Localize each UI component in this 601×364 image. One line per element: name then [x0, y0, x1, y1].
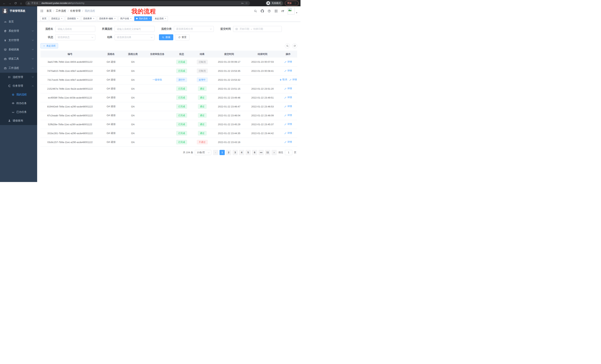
tab-我的流程[interactable]: 我的流程× [134, 16, 152, 21]
sidebar-collapse-icon[interactable] [40, 9, 43, 13]
process-key-input[interactable] [115, 26, 155, 32]
key-icon[interactable] [241, 2, 244, 5]
tab-流程定义[interactable]: 流程定义× [49, 16, 64, 21]
github-icon[interactable] [261, 10, 264, 13]
tab-close-icon[interactable]: × [130, 17, 131, 20]
edit-icon [284, 132, 287, 134]
breadcrumb-separator: / [53, 10, 54, 12]
breadcrumb-item[interactable]: 首页 [46, 9, 52, 13]
goto-page-input[interactable] [285, 150, 292, 155]
detail-link[interactable]: 详情 [289, 78, 297, 81]
search-icon[interactable] [254, 10, 257, 13]
cancel-link[interactable]: 取消 [280, 78, 287, 81]
page-ellipsis[interactable]: ••• [259, 150, 264, 155]
show-search-button[interactable] [285, 43, 290, 48]
start-process-button[interactable]: ＋ 发起流程 [40, 43, 58, 48]
row-current-task [143, 129, 171, 138]
user-avatar[interactable]: ▼ [288, 7, 298, 14]
page-button-5[interactable]: 5 [246, 150, 251, 155]
tab-首页[interactable]: 首页 [40, 16, 48, 21]
detail-link[interactable]: 详情 [284, 105, 292, 108]
tab-label: 我的流程 [139, 17, 148, 20]
url-text: dashboard.yudao.iocoder.cn/bpm/task/my [41, 2, 84, 4]
fullscreen-icon[interactable] [274, 10, 278, 13]
tab-流程模型[interactable]: 流程模型× [65, 16, 80, 21]
detail-link[interactable]: 详情 [284, 132, 292, 135]
edit-icon [284, 96, 287, 99]
search-button[interactable]: 搜索 [159, 34, 173, 40]
status-select[interactable]: 请选择状态 [55, 34, 95, 40]
detail-link[interactable]: 详情 [284, 114, 292, 117]
sidebar-item-已办任务[interactable]: 已办任务 [0, 108, 37, 116]
tab-close-icon[interactable]: × [149, 17, 150, 20]
filter-label: 流程分类 [159, 27, 172, 31]
sidebar-item-请假查询[interactable]: 请假查询 [0, 116, 37, 125]
task-link[interactable]: 一级审批 [152, 78, 162, 81]
sidebar-item-待办任务[interactable]: 待办任务 [0, 99, 37, 108]
sidebar-item-我的流程[interactable]: 我的流程 [0, 90, 37, 99]
status-badge: 已完成 [176, 95, 187, 100]
chevron-down-icon [151, 36, 153, 38]
refresh-table-button[interactable] [292, 43, 297, 48]
sidebar-item-支付管理[interactable]: ¥支付管理 [0, 36, 37, 45]
row-result: 处理中 [192, 75, 212, 84]
row-status: 已完成 [171, 138, 192, 147]
submit-time-range[interactable]: 开始日期 - 结束日期 [233, 26, 282, 32]
row-submit-time: 2022-01-22 23:43:16 [212, 138, 246, 147]
update-button[interactable]: 更新 ⋮ [285, 1, 299, 6]
process-name-input[interactable] [55, 26, 95, 32]
reload-icon[interactable] [13, 1, 18, 6]
row-submit-time: 2022-01-22 23:46:04 [212, 111, 246, 120]
next-page-button[interactable]: › [271, 150, 277, 155]
tab-close-icon[interactable]: × [93, 17, 94, 20]
sidebar-item-基础设施[interactable]: 基础设施 [0, 45, 37, 54]
breadcrumb-item[interactable]: 工作流程 [56, 9, 66, 13]
action-label: 详情 [287, 69, 292, 72]
tab-用户分组[interactable]: 用户分组× [118, 16, 133, 21]
sidebar-item-系统管理[interactable]: 系统管理 [0, 26, 37, 36]
page-button-11[interactable]: 11 [265, 150, 270, 155]
detail-link[interactable]: 详情 [284, 87, 292, 90]
tab-流程表单[interactable]: 流程表单× [81, 16, 96, 21]
logo-row[interactable]: 芋道管理系统 [0, 6, 37, 16]
tab-发起流程[interactable]: 发起流程× [153, 16, 168, 21]
prev-page-button[interactable]: ‹ [213, 150, 218, 155]
row-process-name: OA 请假 [100, 138, 123, 147]
font-size-icon[interactable]: тT [281, 10, 284, 13]
back-icon[interactable]: ← [2, 1, 7, 6]
page-button-1[interactable]: 1 [220, 150, 225, 155]
sidebar-item-研发工具[interactable]: 研发工具 [0, 54, 37, 63]
tab-close-icon[interactable]: × [165, 17, 166, 20]
detail-link[interactable]: 详情 [284, 140, 292, 144]
tab-close-icon[interactable]: × [114, 17, 116, 20]
detail-link[interactable]: 详情 [284, 60, 292, 63]
sidebar-item-任务管理[interactable]: 任务管理 [0, 81, 37, 90]
help-icon[interactable] [268, 10, 271, 13]
bookmark-star-icon[interactable]: ☆ [245, 1, 248, 5]
page-size-select[interactable]: 10条/页 [195, 150, 211, 155]
page-button-6[interactable]: 6 [252, 150, 257, 155]
detail-link[interactable]: 详情 [284, 69, 292, 72]
sidebar-item-工作流程[interactable]: 工作流程 [0, 63, 37, 73]
page-button-2[interactable]: 2 [226, 150, 231, 155]
detail-link[interactable]: 详情 [284, 123, 292, 126]
address-bar[interactable]: 不安全 dashboard.yudao.iocoder.cn/bpm/task/… [25, 1, 250, 6]
tab-流程表单-编辑[interactable]: 流程表单-编辑× [97, 16, 117, 21]
home-icon[interactable]: ⌂ [19, 1, 23, 6]
breadcrumb-item[interactable]: 任务管理 [70, 9, 80, 13]
result-select[interactable]: 请选择流结果 [115, 34, 155, 40]
sidebar-item-流程管理[interactable]: 流程管理 [0, 73, 37, 81]
page-button-3[interactable]: 3 [232, 150, 238, 155]
category-select[interactable]: 请选择流程分类 [174, 26, 214, 32]
tab-close-icon[interactable]: × [61, 17, 62, 20]
forward-icon[interactable]: → [7, 1, 12, 6]
reset-button[interactable]: 重置 [175, 34, 190, 40]
detail-link[interactable]: 详情 [284, 96, 292, 99]
filter-label: 流程名 [40, 27, 53, 31]
tab-close-icon[interactable]: × [77, 17, 78, 20]
row-category: OA [123, 129, 143, 138]
browser-menu-icon[interactable]: ⋮ [294, 2, 296, 5]
sidebar-item-首页[interactable]: 首页 [0, 17, 37, 26]
row-id: 331bc281-7b9a-11ec-a290-acde48001122 [40, 129, 100, 138]
page-button-4[interactable]: 4 [239, 150, 244, 155]
